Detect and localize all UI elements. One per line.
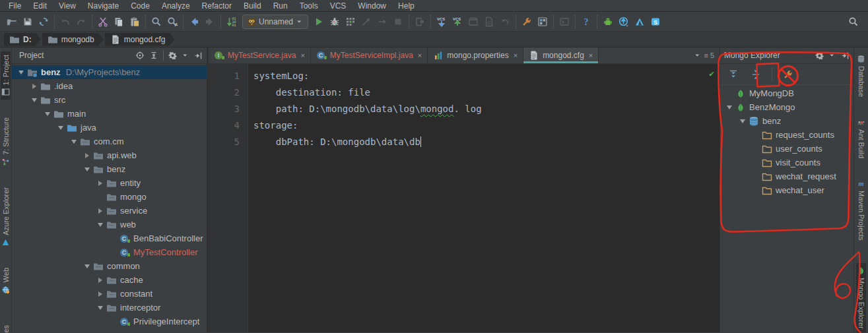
tree-row-benzmongo[interactable]: BenzMongo	[720, 100, 853, 114]
expand-toggle[interactable]	[82, 261, 92, 272]
debug-button[interactable]	[327, 14, 343, 30]
tree-row-mymongdb[interactable]: MyMongDB	[720, 86, 853, 100]
menu-item-vcs[interactable]: VCS	[324, 1, 352, 11]
android-button[interactable]	[600, 14, 616, 30]
find-button[interactable]	[149, 14, 164, 30]
breadcrumb-item[interactable]: mongodb	[42, 33, 104, 46]
hide-panel-icon[interactable]	[841, 51, 850, 60]
azure-publish-button[interactable]	[616, 14, 632, 30]
close-icon[interactable]: ×	[300, 51, 304, 59]
tree-row-web[interactable]: web	[12, 218, 207, 231]
azure-storage-button[interactable]: S	[648, 14, 663, 30]
expand-toggle[interactable]	[95, 289, 106, 299]
tree-row-src[interactable]: src	[12, 93, 207, 107]
gear-icon[interactable]	[168, 51, 177, 60]
paste-button[interactable]	[127, 14, 143, 30]
expand-toggle[interactable]	[95, 178, 106, 189]
expand-toggle[interactable]	[82, 164, 92, 175]
collapse-all-button[interactable]	[748, 67, 764, 82]
collapse-all-icon[interactable]	[149, 51, 158, 60]
copy-button[interactable]	[111, 14, 127, 30]
expand-toggle[interactable]	[55, 123, 66, 133]
menu-item-navigate[interactable]: Navigate	[82, 1, 125, 11]
coverage-button[interactable]	[343, 14, 358, 30]
tool-window-tab-1-project[interactable]: 1: Project	[1, 51, 11, 100]
tree-row-entity[interactable]: entity	[12, 176, 207, 190]
editor-tab-mongod-cfg[interactable]: mongod.cfg×	[523, 47, 599, 63]
tree-row-mytestcontroller[interactable]: CMyTestController	[12, 245, 207, 259]
tool-window-tab-es[interactable]: es	[1, 322, 11, 333]
tree-row-constant[interactable]: constant	[12, 287, 207, 301]
azure-explorer-button[interactable]	[632, 14, 648, 30]
expand-toggle[interactable]	[29, 81, 40, 92]
vcs-commit-button[interactable]: VCS	[450, 14, 465, 30]
editor-tab-mytestserviceimpl-java[interactable]: CMyTestServiceImpl.java×	[311, 47, 428, 63]
tool-window-tab-database[interactable]: Database	[856, 51, 866, 100]
menu-item-run[interactable]: Run	[267, 1, 294, 11]
expand-all-button[interactable]	[725, 67, 741, 82]
inspection-ok-icon[interactable]: ✔	[709, 65, 714, 82]
project-structure-button[interactable]	[535, 14, 551, 30]
expand-toggle[interactable]	[69, 136, 79, 147]
tree-row-api-web[interactable]: api.web	[12, 148, 207, 162]
menu-item-view[interactable]: View	[53, 1, 82, 11]
tree-row-mongo[interactable]: mongo	[12, 190, 207, 204]
breadcrumb-item[interactable]: mongod.cfg	[105, 33, 175, 46]
expand-toggle[interactable]	[95, 303, 106, 313]
hide-panel-icon[interactable]	[194, 51, 203, 60]
menu-item-help[interactable]: Help	[392, 1, 420, 11]
tree-row-interceptor[interactable]: interceptor	[12, 301, 207, 315]
code-content[interactable]: systemLog: destination: file path: D:\mo…	[248, 64, 719, 332]
expand-toggle[interactable]	[95, 206, 106, 216]
expand-toggle[interactable]	[95, 275, 106, 286]
menu-item-file[interactable]: File	[3, 1, 27, 11]
expand-toggle[interactable]	[29, 95, 40, 106]
menu-item-tools[interactable]: Tools	[294, 1, 324, 11]
chevron-down-icon[interactable]	[182, 51, 189, 59]
tool-window-tab-azure-explorer[interactable]: Azure Explorer	[1, 184, 11, 250]
tree-row-benz[interactable]: benzD:\MyProjects\benz	[12, 65, 207, 79]
tree-row-service[interactable]: service	[12, 204, 207, 218]
find-in-path-button[interactable]: A	[164, 14, 180, 30]
tool-window-tab-7-structure[interactable]: 7: Structure	[1, 114, 11, 169]
run-configuration-select[interactable]: Unnamed	[242, 15, 308, 29]
close-icon[interactable]: ×	[589, 51, 593, 59]
tree-row-java[interactable]: java	[12, 121, 207, 135]
tree-row--idea[interactable]: .idea	[12, 79, 207, 93]
hidden-tabs-dropdown[interactable]: ≡5	[688, 47, 719, 63]
tree-row-common[interactable]: common	[12, 259, 207, 273]
tree-row-wechat-request[interactable]: wechat_request	[720, 169, 853, 183]
expand-toggle[interactable]	[724, 102, 735, 113]
chevron-down-icon[interactable]	[828, 51, 836, 59]
help-button[interactable]: ?	[578, 14, 594, 30]
sync-button[interactable]	[36, 14, 51, 30]
menu-item-code[interactable]: Code	[125, 1, 156, 11]
tool-window-tab-web[interactable]: Web	[1, 264, 11, 297]
tree-row-request-counts[interactable]: request_counts	[720, 128, 853, 142]
tree-row-main[interactable]: main	[12, 107, 207, 121]
breadcrumb-item[interactable]: D:	[4, 33, 41, 46]
save-button[interactable]	[20, 14, 36, 30]
menu-item-edit[interactable]: Edit	[27, 1, 53, 11]
tree-row-wechat-user[interactable]: wechat_user	[720, 183, 853, 197]
expand-toggle[interactable]	[737, 116, 748, 127]
back-button[interactable]	[186, 14, 202, 30]
expand-toggle[interactable]	[42, 109, 53, 119]
close-icon[interactable]: ×	[514, 51, 517, 59]
close-icon[interactable]: ×	[418, 51, 422, 59]
menu-item-refactor[interactable]: Refactor	[196, 1, 238, 11]
tree-row-benz[interactable]: benz	[720, 114, 853, 128]
tree-row-privilegeintercept[interactable]: CPrivilegeIntercept	[12, 315, 207, 328]
run-button[interactable]	[311, 14, 327, 30]
tool-window-tab-maven-projects[interactable]: mMaven Projects	[856, 176, 866, 244]
mongo-settings-button[interactable]	[780, 67, 796, 82]
search-everywhere-button[interactable]	[846, 14, 861, 30]
open-folder-button[interactable]	[4, 14, 20, 30]
editor-tab-mongo-properties[interactable]: mongo.properties×	[428, 47, 523, 63]
editor-tab-mytestservice-java[interactable]: IMyTestService.java×	[209, 47, 311, 63]
gear-icon[interactable]	[815, 51, 824, 60]
tree-row-com-cm[interactable]: com.cm	[12, 135, 207, 148]
tree-row-user-counts[interactable]: user_counts	[720, 142, 853, 156]
tree-row-benbabicontroller[interactable]: CBenBabiController	[12, 231, 207, 245]
code-editor[interactable]: 12345 systemLog: destination: file path:…	[209, 64, 719, 332]
